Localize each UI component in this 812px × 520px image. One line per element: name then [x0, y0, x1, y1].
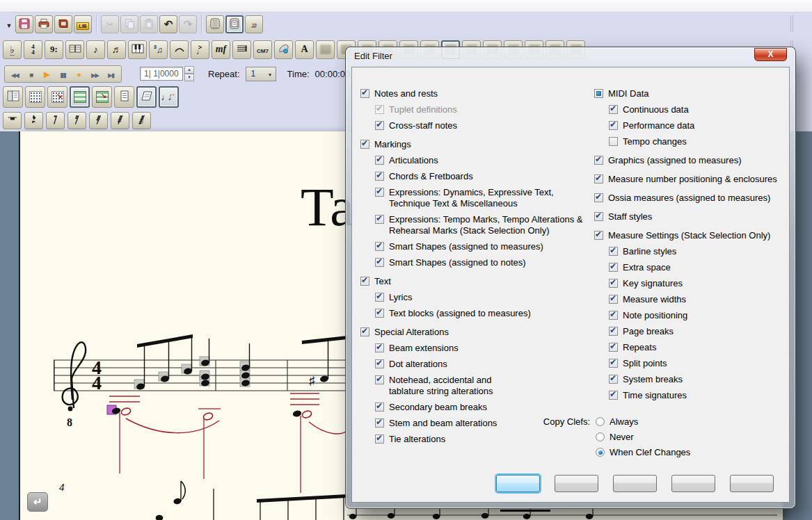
staff-sets-button[interactable]: [3, 86, 23, 108]
cb-extra-space[interactable]: Extra space: [609, 259, 800, 275]
radio-copy-clefs-always[interactable]: Always: [596, 414, 690, 430]
cb-continuous-data[interactable]: Continuous data: [609, 101, 800, 117]
dropdown-arrow-button[interactable]: ▼: [4, 15, 14, 33]
cut-button[interactable]: ✂: [101, 15, 119, 33]
page-view-button[interactable]: [225, 15, 244, 33]
studio-view-button[interactable]: ♪♪♪: [245, 15, 263, 33]
menu-item-window[interactable]: [112, 6, 126, 7]
checkbox[interactable]: [375, 403, 384, 412]
cb-secondary-beam-breaks[interactable]: Secondary beam breaks: [375, 399, 593, 415]
checkbox[interactable]: [375, 156, 384, 165]
repeat-dropdown[interactable]: 1 ▼: [246, 67, 276, 81]
checkbox[interactable]: [609, 263, 618, 272]
fast-forward-button[interactable]: ▶▶: [88, 67, 102, 81]
sixteenth-rest-button[interactable]: [67, 112, 86, 129]
cb-performance-data[interactable]: Performance data: [609, 117, 800, 133]
checkbox[interactable]: [375, 375, 384, 384]
checkbox[interactable]: [375, 293, 384, 302]
cancel-button[interactable]: [555, 475, 598, 492]
checkbox[interactable]: [375, 419, 384, 428]
hyperscribe-button[interactable]: [128, 40, 147, 59]
checkbox[interactable]: [375, 188, 384, 197]
cb-text-blocks[interactable]: Text blocks (assigned to measures): [375, 305, 593, 321]
spin-down-icon[interactable]: ▼: [184, 74, 194, 81]
articulation-button[interactable]: >♩: [191, 40, 209, 59]
checkbox[interactable]: [375, 121, 384, 130]
cb-staff-styles[interactable]: Staff styles: [594, 209, 800, 225]
checkbox[interactable]: [609, 391, 618, 400]
page-doc-button[interactable]: [114, 86, 134, 108]
checkbox[interactable]: [594, 174, 603, 184]
cb-smart-shapes-measures[interactable]: Smart Shapes (assigned to measures): [375, 238, 593, 254]
cb-measure-widths[interactable]: Measure widths: [609, 291, 800, 307]
cb-expressions-dynamics[interactable]: Expressions: Dynamics, Expressive Text, …: [375, 184, 593, 211]
checkbox[interactable]: [594, 231, 603, 240]
cb-measure-settings[interactable]: Measure Settings (Stack Selection Only): [594, 227, 800, 243]
grid-button[interactable]: [25, 86, 45, 108]
key-signature-button[interactable]: ♭: [3, 40, 22, 59]
paste-button[interactable]: [140, 15, 158, 33]
save-button[interactable]: [15, 15, 33, 33]
cb-text[interactable]: Text: [360, 273, 593, 289]
measure-position-counter[interactable]: 1| 1|0000: [140, 67, 183, 81]
stop-button[interactable]: ■: [24, 67, 38, 81]
record-button[interactable]: ●: [72, 67, 86, 81]
checkbox[interactable]: [375, 215, 384, 224]
cb-barline-styles[interactable]: Barline styles: [609, 243, 800, 259]
checkbox[interactable]: [609, 279, 618, 288]
radio-copy-clefs-when-clef-changes[interactable]: When Clef Changes: [596, 445, 690, 460]
chord-button[interactable]: CM7: [253, 40, 272, 59]
library-button[interactable]: LIB: [74, 15, 92, 33]
checkbox[interactable]: [375, 105, 384, 114]
checkbox[interactable]: [609, 137, 618, 146]
note-spacing-button[interactable]: ♩♩↔: [159, 86, 179, 108]
cb-system-breaks[interactable]: System breaks: [609, 371, 800, 387]
radio-button-icon[interactable]: [596, 417, 605, 426]
checkbox[interactable]: [609, 311, 618, 320]
cb-measure-number-positioning[interactable]: Measure number positioning & enclosures: [594, 171, 800, 187]
cb-lyrics[interactable]: Lyrics: [375, 289, 593, 305]
cb-page-breaks[interactable]: Page breaks: [609, 323, 800, 339]
checkbox[interactable]: [609, 343, 618, 352]
cb-cross-staff-notes[interactable]: Cross-staff notes: [375, 117, 593, 133]
smart-shape-button[interactable]: [170, 40, 189, 59]
cb-smart-shapes-notes[interactable]: Smart Shapes (assigned to notes): [375, 254, 593, 270]
cb-chords-fretboards[interactable]: Chords & Fretboards: [375, 168, 593, 184]
cb-dot-alterations[interactable]: Dot alterations: [375, 356, 593, 372]
checkbox[interactable]: [360, 277, 369, 286]
checkbox[interactable]: [594, 156, 603, 165]
checkbox[interactable]: [375, 242, 384, 251]
slant-page-button[interactable]: [136, 86, 157, 108]
checkbox[interactable]: [594, 212, 603, 221]
checkbox[interactable]: [609, 121, 618, 130]
checkbox[interactable]: [375, 258, 384, 267]
cb-ossia-measures[interactable]: Ossia measures (assigned to measures): [594, 190, 800, 206]
rewind-button[interactable]: ◀◀: [8, 67, 22, 81]
help-button[interactable]: [730, 475, 774, 492]
menu-item-plug-ins[interactable]: [70, 6, 84, 7]
menu-item-tools[interactable]: [84, 6, 98, 7]
checkbox[interactable]: [609, 105, 618, 114]
print-button[interactable]: [35, 15, 53, 33]
undo-button[interactable]: ↶: [159, 15, 177, 33]
close-button[interactable]: X: [754, 48, 787, 61]
checkbox[interactable]: [609, 359, 618, 368]
return-handle-button[interactable]: ↵: [27, 492, 48, 512]
checkbox[interactable]: [375, 434, 384, 444]
menu-item-utilities[interactable]: [15, 6, 29, 7]
simple-entry-button[interactable]: ♪: [86, 40, 105, 59]
redo-button[interactable]: ↷: [179, 15, 197, 33]
cb-graphics[interactable]: Graphics (assigned to measures): [594, 152, 800, 168]
radio-copy-clefs-never[interactable]: Never: [596, 430, 690, 445]
export-button[interactable]: [54, 15, 72, 33]
checkbox[interactable]: [609, 247, 618, 256]
clef-button[interactable]: 9:: [45, 40, 63, 59]
expression-button[interactable]: mf: [212, 40, 230, 59]
all-button[interactable]: [671, 475, 715, 492]
checkbox[interactable]: [375, 309, 384, 318]
cb-key-signatures[interactable]: Key signatures: [609, 275, 800, 291]
checkbox[interactable]: [375, 172, 384, 181]
checkbox[interactable]: [360, 89, 369, 98]
checkbox[interactable]: [609, 327, 618, 336]
quarter-rest-button[interactable]: [24, 112, 43, 129]
